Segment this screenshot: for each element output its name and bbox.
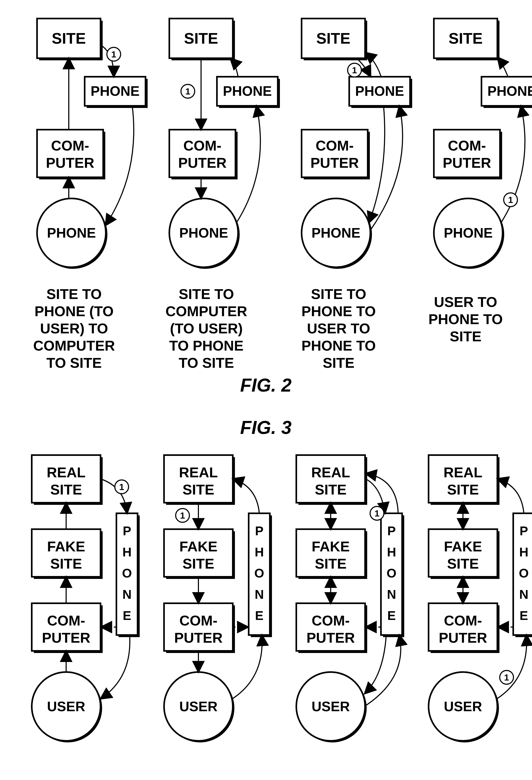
phone-v-0: P <box>255 524 263 538</box>
phone-v-1: H <box>387 545 396 559</box>
computer-label-1: COM- <box>183 138 222 153</box>
computer-label-1: COM- <box>47 613 85 628</box>
caption: (TO USER) <box>170 321 243 336</box>
phone-v-4: E <box>255 608 263 623</box>
phone-v-4: E <box>123 608 131 623</box>
user-label: USER <box>311 699 350 714</box>
fake-site-label-2: SITE <box>447 555 479 572</box>
caption: COMPUTER <box>165 303 247 319</box>
phone-v-2: O <box>254 566 264 580</box>
badge-1: 1 <box>111 49 116 59</box>
phone-v-3: N <box>519 587 529 601</box>
phone-circle-label: PHONE <box>311 225 360 241</box>
phone-box-label: PHONE <box>355 83 404 99</box>
fake-site-label-1: FAKE <box>47 538 85 554</box>
badge-1: 1 <box>375 508 380 518</box>
caption: PHONE TO <box>301 303 376 319</box>
phone-v-1: H <box>519 545 529 559</box>
phone-v-3: N <box>387 587 396 601</box>
phone-v-1: H <box>255 545 264 559</box>
fig2-col2: SITE PHONE COM- PUTER PHONE 1 <box>169 18 280 269</box>
caption: USER TO <box>434 294 497 310</box>
fig2-col1: SITE PHONE COM- PUTER PHONE 1 <box>37 18 148 269</box>
real-site-label-2: SITE <box>315 482 346 497</box>
caption: SITE TO <box>179 286 234 302</box>
badge-1: 1 <box>180 510 185 521</box>
computer-label-1: COM- <box>448 138 486 153</box>
fig2-captions: SITE TO PHONE (TO USER) TO COMPUTER TO S… <box>33 286 503 371</box>
badge-1: 1 <box>508 195 513 205</box>
phone-v-0: P <box>520 524 528 538</box>
phone-circle-label: PHONE <box>179 225 228 241</box>
phone-v-2: O <box>387 566 396 580</box>
phone-v-4: E <box>387 608 396 623</box>
fake-site-label-2: SITE <box>183 555 214 572</box>
badge-1: 1 <box>119 482 124 492</box>
phone-circle-label: PHONE <box>444 225 493 241</box>
caption: PHONE TO <box>301 338 376 353</box>
computer-label-2: PUTER <box>46 155 94 170</box>
computer-label-1: COM- <box>444 613 482 628</box>
caption: SITE TO <box>46 286 102 302</box>
phone-box-label: PHONE <box>488 83 532 99</box>
fig2-col4: SITE PHONE COM- PUTER PHONE 1 <box>434 18 532 269</box>
caption: USER TO <box>307 321 370 336</box>
caption: PHONE TO <box>428 311 503 327</box>
phone-box-label: PHONE <box>223 83 272 99</box>
caption: SITE TO <box>311 286 366 302</box>
real-site-label-2: SITE <box>50 482 82 497</box>
phone-v-0: P <box>123 524 131 538</box>
phone-v-3: N <box>123 587 132 601</box>
fake-site-label-1: FAKE <box>444 538 482 554</box>
caption: COMPUTER <box>33 338 115 353</box>
phone-v-2: O <box>122 566 132 580</box>
fig3-group: REAL SITE FAKE SITE COM- PUTER USER P H … <box>32 455 532 742</box>
computer-label-2: PUTER <box>310 155 359 170</box>
fig3-col4: REAL SITE FAKE SITE COM- PUTER USER P H … <box>429 455 532 742</box>
user-label: USER <box>444 699 482 714</box>
fake-site-label-1: FAKE <box>311 538 350 554</box>
caption: PHONE (TO <box>34 303 113 319</box>
site-label: SITE <box>317 30 350 47</box>
real-site-label-1: REAL <box>179 465 218 480</box>
caption: USER) TO <box>40 321 108 336</box>
caption: TO SITE <box>179 355 234 371</box>
real-site-label-1: REAL <box>444 465 483 480</box>
fake-site-label-1: FAKE <box>179 538 217 554</box>
fig3-col3: REAL SITE FAKE SITE COM- PUTER USER P H … <box>296 455 404 742</box>
caption: SITE <box>323 355 354 371</box>
fig2-group: SITE PHONE COM- PUTER PHONE 1 <box>33 18 532 396</box>
computer-label-2: PUTER <box>174 630 223 646</box>
badge-1: 1 <box>352 65 357 75</box>
computer-label-2: PUTER <box>443 155 491 170</box>
site-label: SITE <box>449 30 483 47</box>
phone-v-1: H <box>123 545 132 559</box>
site-label: SITE <box>184 30 218 47</box>
patent-diagram: SITE PHONE COM- PUTER PHONE 1 <box>0 0 532 780</box>
badge-1: 1 <box>504 672 509 682</box>
computer-label-1: COM- <box>51 138 89 153</box>
computer-label-1: COM- <box>316 138 354 153</box>
real-site-label-1: REAL <box>47 465 86 480</box>
user-label: USER <box>179 699 217 714</box>
computer-label-2: PUTER <box>178 155 227 170</box>
caption: TO PHONE <box>169 338 243 353</box>
fake-site-label-2: SITE <box>315 555 346 572</box>
user-label: USER <box>47 699 85 714</box>
computer-label-2: PUTER <box>306 630 355 646</box>
real-site-label-1: REAL <box>311 465 350 480</box>
real-site-label-2: SITE <box>183 482 214 497</box>
phone-v-3: N <box>255 587 264 601</box>
computer-label-2: PUTER <box>439 630 487 646</box>
site-label: SITE <box>52 30 86 47</box>
badge-1: 1 <box>186 86 190 96</box>
caption: SITE <box>450 328 481 344</box>
phone-box-label: PHONE <box>91 83 140 99</box>
phone-v-0: P <box>387 524 396 538</box>
fake-site-label-2: SITE <box>50 555 82 572</box>
computer-label-1: COM- <box>311 613 350 628</box>
computer-label-1: COM- <box>179 613 217 628</box>
fig2-col3: SITE PHONE COM- PUTER PHONE 1 <box>302 18 412 269</box>
real-site-label-2: SITE <box>447 482 479 497</box>
fig3-col1: REAL SITE FAKE SITE COM- PUTER USER P H … <box>32 455 140 742</box>
